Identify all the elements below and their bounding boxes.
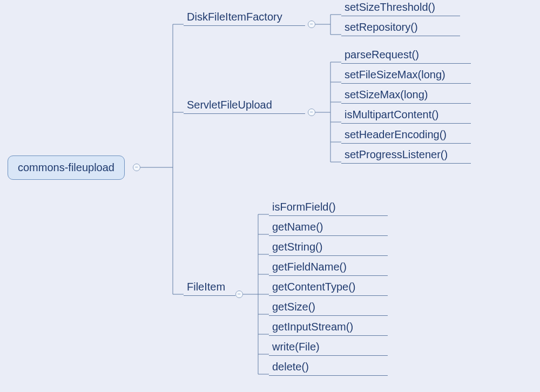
leaf-node[interactable]: setSizeThreshold(): [341, 1, 460, 16]
branch-label: ServletFileUpload: [187, 99, 272, 111]
leaf-node[interactable]: setSizeMax(long): [341, 89, 471, 104]
collapse-icon[interactable]: [235, 290, 243, 298]
leaf-node[interactable]: isFormField(): [269, 201, 388, 216]
leaf-label: getName(): [272, 221, 323, 233]
leaf-label: setFileSizeMax(long): [345, 69, 446, 80]
leaf-node[interactable]: setRepository(): [341, 21, 460, 36]
leaf-node[interactable]: write(File): [269, 341, 388, 356]
leaf-label: setSizeMax(long): [345, 89, 428, 100]
collapse-icon[interactable]: [308, 109, 315, 116]
leaf-label: getSize(): [272, 301, 315, 313]
leaf-label: setSizeThreshold(): [345, 1, 435, 13]
leaf-label: getString(): [272, 241, 322, 253]
leaf-label: getFieldName(): [272, 261, 347, 273]
branch-node-servletfileupload[interactable]: ServletFileUpload: [184, 99, 305, 114]
leaf-node[interactable]: getSize(): [269, 301, 388, 316]
leaf-label: getInputStream(): [272, 321, 353, 333]
leaf-label: setRepository(): [345, 21, 418, 33]
collapse-icon[interactable]: [308, 21, 315, 28]
leaf-label: setProgressListener(): [345, 148, 448, 160]
branch-node-diskfileitemfactory[interactable]: DiskFileItemFactory: [184, 11, 305, 26]
leaf-label: isFormField(): [272, 201, 336, 213]
branch-label: DiskFileItemFactory: [187, 11, 282, 23]
branch-node-fileitem[interactable]: FileItem: [184, 281, 235, 296]
leaf-label: setHeaderEncoding(): [345, 129, 447, 140]
leaf-node[interactable]: parseRequest(): [341, 49, 471, 64]
leaf-label: write(File): [272, 341, 320, 353]
leaf-node[interactable]: setHeaderEncoding(): [341, 129, 471, 144]
branch-label: FileItem: [187, 281, 225, 293]
leaf-node[interactable]: getName(): [269, 221, 388, 236]
leaf-node[interactable]: getInputStream(): [269, 321, 388, 336]
leaf-node[interactable]: getString(): [269, 241, 388, 256]
leaf-node[interactable]: delete(): [269, 361, 388, 376]
root-node[interactable]: commons-fileupload: [8, 156, 125, 180]
leaf-node[interactable]: setFileSizeMax(long): [341, 69, 471, 84]
leaf-node[interactable]: getFieldName(): [269, 261, 388, 276]
leaf-label: parseRequest(): [345, 49, 419, 60]
collapse-icon[interactable]: [133, 164, 140, 171]
leaf-label: getContentType(): [272, 281, 356, 293]
leaf-node[interactable]: setProgressListener(): [341, 148, 471, 164]
leaf-label: isMultipartContent(): [345, 109, 439, 120]
leaf-node[interactable]: isMultipartContent(): [341, 109, 471, 124]
leaf-label: delete(): [272, 361, 309, 373]
root-label: commons-fileupload: [18, 161, 114, 173]
leaf-node[interactable]: getContentType(): [269, 281, 388, 296]
